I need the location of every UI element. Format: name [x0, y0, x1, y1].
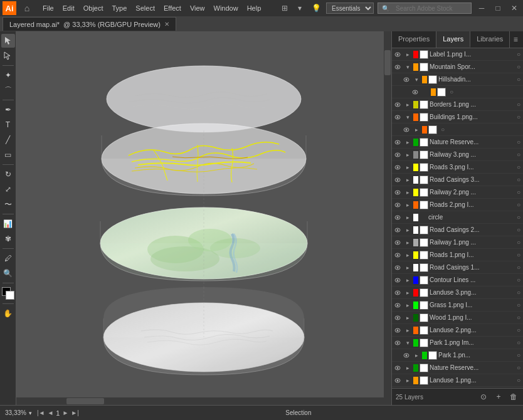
lightbulb-icon[interactable]: 💡	[310, 2, 322, 14]
layer-target-circle[interactable]: ○	[514, 276, 523, 283]
layer-target-circle[interactable]: ○	[514, 302, 523, 308]
panel-menu-icon[interactable]: ≡	[510, 34, 521, 45]
layer-visibility-toggle[interactable]	[392, 277, 403, 283]
layer-visibility-toggle[interactable]	[392, 290, 403, 296]
layer-row[interactable]: ▸ Wood 1.png I... ○	[392, 312, 523, 324]
layer-row[interactable]: ▾ Hillshadin... ○	[392, 73, 523, 86]
menu-view[interactable]: View	[186, 3, 209, 13]
layer-row[interactable]: ▾ Park 1.png Im... ○	[392, 337, 523, 349]
layer-target-circle[interactable]: ○	[447, 88, 456, 95]
layer-target-circle[interactable]: ○	[514, 264, 523, 271]
layer-row[interactable]: ▸ Contour Lines ... ○	[392, 274, 523, 286]
layer-visibility-toggle[interactable]	[392, 315, 403, 321]
layer-expand-toggle[interactable]: ▸	[412, 127, 421, 133]
layer-visibility-toggle[interactable]	[392, 102, 403, 108]
direct-select-tool[interactable]	[1, 49, 15, 63]
rotate-tool[interactable]: ↻	[1, 167, 15, 181]
layer-expand-toggle[interactable]: ▸	[403, 152, 412, 158]
layer-target-circle[interactable]: ○	[514, 139, 523, 145]
layer-row[interactable]: ▸ Nature Reserve... ○	[392, 362, 523, 374]
close-icon[interactable]: ✕	[508, 2, 520, 14]
warp-tool[interactable]: 〜	[1, 197, 15, 211]
layer-expand-toggle[interactable]: ▸	[403, 302, 412, 308]
layer-visibility-toggle[interactable]	[401, 76, 412, 83]
layer-target-circle[interactable]: ○	[514, 76, 523, 83]
layer-target-circle[interactable]: ○	[514, 364, 523, 371]
canvas-area[interactable]	[16, 31, 391, 405]
layer-row[interactable]: ▸ circle ○	[392, 211, 523, 224]
new-layer-button[interactable]: +	[493, 391, 504, 402]
type-tool[interactable]: T	[1, 118, 15, 132]
tab-properties[interactable]: Properties	[392, 31, 436, 48]
layer-row[interactable]: ▸ Nature Reserve... ○	[392, 136, 523, 149]
layer-expand-toggle[interactable]: ▸	[403, 51, 412, 58]
rectangle-tool[interactable]: ▭	[1, 148, 15, 162]
layer-target-circle[interactable]: ○	[514, 189, 523, 196]
layer-expand-toggle[interactable]: ▸	[403, 227, 412, 233]
layer-expand-toggle[interactable]: ▸	[403, 277, 412, 283]
layer-row[interactable]: ○	[392, 86, 523, 98]
menu-select[interactable]: Select	[132, 3, 159, 13]
document-tab[interactable]: Layered map.ai* @ 33,33% (RGB/GPU Previe…	[3, 17, 176, 31]
arrange-icon[interactable]: ⊞	[278, 2, 291, 14]
home-icon[interactable]: ⌂	[20, 1, 34, 15]
layer-expand-toggle[interactable]: ▸	[403, 202, 412, 208]
menu-object[interactable]: Object	[80, 3, 107, 13]
layer-expand-toggle[interactable]: ▸	[403, 327, 412, 333]
layer-visibility-toggle[interactable]	[392, 189, 403, 196]
zoom-control[interactable]: 33,33% ▾	[5, 409, 32, 416]
layer-visibility-toggle[interactable]	[392, 239, 403, 246]
tab-layers[interactable]: Layers	[436, 31, 470, 48]
layer-target-circle[interactable]: ○	[514, 327, 523, 333]
layer-expand-toggle[interactable]: ▸	[403, 239, 412, 246]
layer-visibility-toggle[interactable]	[392, 365, 403, 371]
menu-file[interactable]: File	[39, 3, 58, 13]
layer-expand-toggle[interactable]: ▸	[403, 102, 412, 108]
layer-target-circle[interactable]: ○	[514, 289, 523, 296]
layer-target-circle[interactable]: ○	[514, 214, 523, 221]
layer-target-circle[interactable]: ○	[514, 339, 523, 346]
menu-edit[interactable]: Edit	[59, 3, 78, 13]
layer-expand-toggle[interactable]: ▾	[403, 64, 412, 70]
last-artboard-button[interactable]: ►|	[71, 409, 79, 416]
layer-target-circle[interactable]: ○	[514, 176, 523, 183]
layer-row[interactable]: ▸ Road Casings 2... ○	[392, 224, 523, 236]
tab-libraries[interactable]: Libraries	[470, 31, 510, 48]
layer-target-circle[interactable]: ○	[514, 226, 523, 233]
layer-row[interactable]: ▸ Roads 1.png I... ○	[392, 249, 523, 261]
layer-target-circle[interactable]: ○	[514, 314, 523, 321]
layer-target-circle[interactable]: ○	[514, 63, 523, 70]
workspace-select[interactable]: Essentials	[326, 3, 374, 14]
layer-target-circle[interactable]: ○	[514, 251, 523, 258]
layer-visibility-toggle[interactable]	[392, 340, 403, 346]
layer-expand-toggle[interactable]: ▸	[403, 214, 412, 221]
layer-target-circle[interactable]: ○	[438, 126, 447, 133]
layer-target-circle[interactable]: ○	[514, 113, 523, 120]
layer-expand-toggle[interactable]: ▸	[403, 164, 412, 171]
scale-tool[interactable]: ⤢	[1, 182, 15, 196]
zoom-value[interactable]: 33,33%	[5, 409, 26, 416]
menu-help[interactable]: Help	[243, 3, 265, 13]
layer-visibility-toggle[interactable]	[392, 202, 403, 208]
graph-tool[interactable]: 📊	[1, 217, 15, 231]
layer-visibility-toggle[interactable]	[392, 252, 403, 258]
layer-row[interactable]: ▸ Roads 2.png I... ○	[392, 199, 523, 211]
tab-close-button[interactable]: ✕	[164, 21, 169, 28]
layer-row[interactable]: ▸ Railway 3.png ... ○	[392, 149, 523, 161]
arrange-dropdown-icon[interactable]: ▾	[293, 2, 306, 14]
layer-expand-toggle[interactable]: ▾	[412, 76, 421, 83]
layer-expand-toggle[interactable]: ▸	[403, 189, 412, 196]
line-tool[interactable]: ╱	[1, 133, 15, 147]
eyedropper-tool[interactable]: 🖊	[1, 251, 15, 265]
next-artboard-button[interactable]: ►	[62, 409, 68, 416]
layer-row[interactable]: ▸ Landuse 1.png... ○	[392, 374, 523, 387]
layer-visibility-toggle[interactable]	[392, 227, 403, 233]
zoom-tool[interactable]: 🔍	[1, 266, 15, 280]
layer-row[interactable]: ▾ Buildings 1.png... ○	[392, 111, 523, 123]
layer-visibility-toggle[interactable]	[392, 302, 403, 308]
canvas-horizontal-scrollbar[interactable]	[16, 397, 384, 405]
layer-visibility-toggle[interactable]	[392, 164, 403, 171]
layer-row[interactable]: ▸ Grass 1.png I... ○	[392, 299, 523, 312]
layer-expand-toggle[interactable]: ▸	[403, 290, 412, 296]
layer-target-circle[interactable]: ○	[514, 151, 523, 158]
